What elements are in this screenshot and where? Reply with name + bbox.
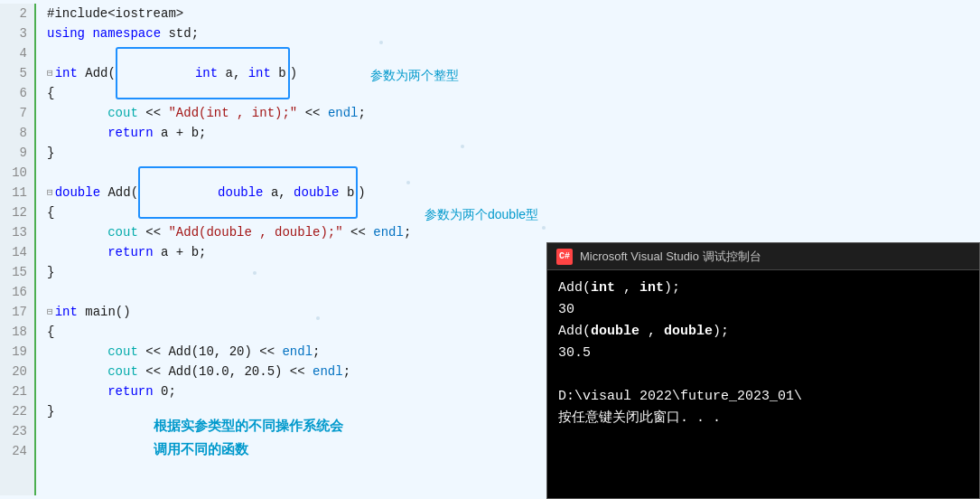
console-icon: C# [556, 249, 573, 265]
line20-cout: cout [107, 362, 138, 381]
line14-expr: a + b; [154, 242, 207, 262]
dot-5 [443, 72, 446, 76]
dot-4 [461, 145, 464, 148]
ln-21: 21 [7, 381, 27, 401]
ln-13: 13 [7, 222, 27, 242]
line-numbers: 2 3 4 5 6 7 8 9 10 11 12 13 14 15 16 17 … [0, 4, 36, 495]
ln-3: 3 [7, 24, 27, 43]
collapse-5: ⊟ [47, 63, 53, 83]
code-line-8: return a + b; [47, 123, 969, 143]
dot-1 [379, 41, 383, 44]
code-line-6: { [47, 83, 969, 103]
ln-17: 17 [7, 302, 27, 322]
line9-brace: } [47, 143, 54, 163]
line19-indent [47, 342, 107, 362]
line19-endl: endl [282, 342, 313, 362]
ln-24: 24 [7, 441, 27, 461]
dot-2 [343, 108, 347, 112]
line20-semi: ; [343, 362, 350, 381]
collapse-11: ⊟ [47, 183, 53, 202]
line19-op: << Add(10, 20) << [138, 342, 283, 362]
ln-6: 6 [7, 83, 27, 103]
ln-10: 10 [7, 163, 27, 183]
line11-add: Add( [100, 183, 138, 202]
ln-23: 23 [7, 421, 27, 441]
line7-endl: endl [328, 103, 359, 123]
line3-space [85, 24, 92, 43]
ln-11: 11 [7, 183, 27, 202]
console-line-3: Add(double , double); [558, 321, 968, 343]
ln-7: 7 [7, 103, 27, 123]
line17-int: int [55, 302, 78, 322]
line19-cout: cout [107, 342, 138, 362]
line11-double: double [55, 183, 100, 202]
collapse-17: ⊟ [47, 302, 53, 322]
editor-container: 2 3 4 5 6 7 8 9 10 11 12 13 14 15 16 17 … [0, 0, 980, 499]
line7-cout: cout [107, 103, 138, 123]
line21-expr: 0; [154, 381, 176, 401]
ln-9: 9 [7, 143, 27, 163]
line13-str: "Add(double , double);" [168, 222, 342, 242]
line15-brace: } [47, 262, 54, 282]
line8-return: return [107, 123, 153, 143]
console-icon-label: C# [559, 251, 570, 261]
line13-op: << [138, 222, 169, 242]
dot-6 [253, 271, 257, 275]
line7-indent [47, 103, 107, 123]
annotation-params-double: 参数为两个double型 [425, 204, 538, 224]
line13-op2: << [343, 222, 374, 242]
line20-op: << Add(10.0, 20.5) << [138, 362, 313, 381]
line22-brace: } [47, 401, 54, 421]
line20-indent [47, 362, 107, 381]
ln-4: 4 [7, 43, 27, 63]
dot-3 [406, 181, 410, 184]
console-line-5 [558, 364, 968, 386]
console-title: Microsoft Visual Studio 调试控制台 [580, 249, 761, 265]
console-window[interactable]: C# Microsoft Visual Studio 调试控制台 Add(int… [546, 242, 980, 499]
line5-space: Add( [78, 63, 116, 83]
line21-indent [47, 381, 107, 401]
ln-2: 2 [7, 4, 27, 24]
console-line-4: 30.5 [558, 343, 968, 364]
console-line-7: 按任意键关闭此窗口. . . [558, 408, 968, 429]
line17-main: main() [78, 302, 131, 322]
ln-8: 8 [7, 123, 27, 143]
dot-8 [542, 226, 546, 230]
line7-op2: << [297, 103, 328, 123]
line3-namespace: namespace [92, 24, 161, 43]
code-line-11: ⊟ double Add( double a, double b ) [47, 183, 969, 202]
annotation-bottom-1: 根据实参类型的不同操作系统会 [154, 416, 343, 436]
line3-using: using [47, 24, 85, 43]
code-line-13: cout << "Add(double , double);" << endl … [47, 222, 969, 242]
ln-14: 14 [7, 242, 27, 262]
ln-5: 5 [7, 63, 27, 83]
line8-indent [47, 123, 107, 143]
line19-semi: ; [313, 342, 320, 362]
dot-7 [316, 316, 320, 320]
line21-return: return [107, 381, 153, 401]
line12-brace: { [47, 202, 54, 222]
line5-close: ) [290, 63, 297, 83]
code-line-7: cout << "Add(int , int);" << endl ; [47, 103, 969, 123]
line2-text: #include<iostream> [47, 4, 183, 24]
line8-expr: a + b; [154, 123, 207, 143]
console-titlebar: C# Microsoft Visual Studio 调试控制台 [547, 243, 979, 270]
line7-op: << [138, 103, 169, 123]
line18-brace: { [47, 322, 54, 342]
console-body: Add(int , int); 30 Add(double , double);… [547, 270, 979, 437]
ln-20: 20 [7, 362, 27, 381]
annotation-bottom-2: 调用不同的函数 [154, 439, 248, 459]
code-line-9: } [47, 143, 969, 163]
line3-std: std; [161, 24, 199, 43]
code-line-2: #include<iostream> [47, 4, 969, 24]
line14-return: return [107, 242, 153, 262]
ln-16: 16 [7, 282, 27, 302]
ln-19: 19 [7, 342, 27, 362]
line14-indent [47, 242, 107, 262]
console-line-6: D:\visaul 2022\future_2023_01\ [558, 386, 968, 408]
line13-cout: cout [107, 222, 138, 242]
line11-close: ) [358, 183, 365, 202]
line7-semi: ; [358, 103, 365, 123]
code-line-3: using namespace std; [47, 24, 969, 43]
ln-18: 18 [7, 322, 27, 342]
